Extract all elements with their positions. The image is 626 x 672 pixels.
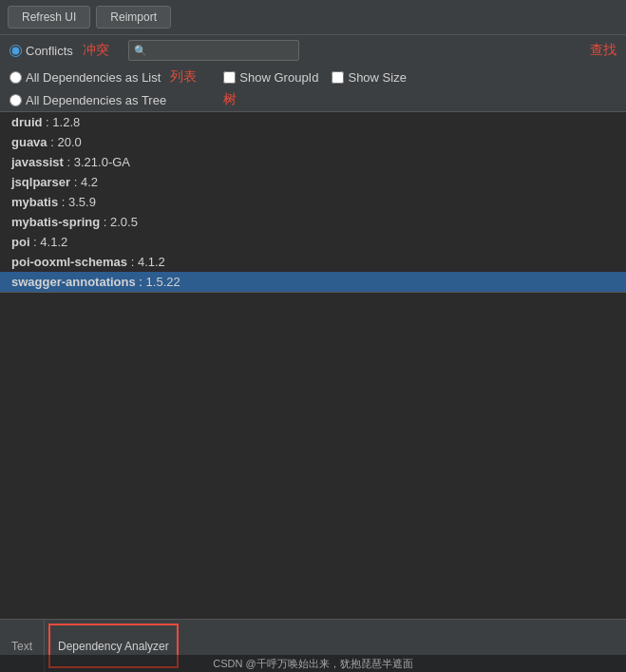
all-deps-tree-label: All Dependencies as Tree bbox=[26, 93, 166, 107]
show-groupid-checkbox[interactable] bbox=[223, 71, 236, 84]
table-row[interactable]: javassist : 3.21.0-GA bbox=[0, 152, 626, 172]
all-deps-list-radio-label[interactable]: All Dependencies as List bbox=[9, 70, 161, 85]
all-deps-list-annotation: 列表 bbox=[170, 68, 197, 86]
dep-version: 4.2 bbox=[81, 175, 98, 189]
dep-version: 3.21.0-GA bbox=[74, 155, 130, 169]
toolbar: Refresh UI Reimport bbox=[0, 0, 626, 35]
show-groupid-text: Show GroupId bbox=[239, 70, 318, 85]
show-size-checkbox[interactable] bbox=[332, 71, 344, 84]
table-row[interactable]: druid : 1.2.8 bbox=[0, 112, 626, 132]
search-annotation: 查找 bbox=[590, 42, 617, 59]
dep-name: swagger-annotations bbox=[11, 275, 136, 289]
all-deps-tree-radio[interactable] bbox=[9, 94, 22, 106]
dep-version: 2.0.5 bbox=[110, 215, 138, 229]
dependency-list: druid : 1.2.8guava : 20.0javassist : 3.2… bbox=[0, 112, 626, 293]
dep-name: poi bbox=[11, 235, 30, 249]
dep-version: 3.5.9 bbox=[68, 195, 96, 209]
show-size-text: Show Size bbox=[348, 70, 406, 85]
show-groupid-label[interactable]: Show GroupId bbox=[223, 70, 318, 85]
dep-name: mybatis bbox=[11, 195, 58, 209]
dep-name: druid bbox=[11, 115, 43, 129]
main-layout: Refresh UI Reimport Conflicts 冲突 🔍 查找 Al… bbox=[0, 0, 626, 672]
reimport-button[interactable]: Reimport bbox=[96, 6, 171, 29]
all-deps-tree-annotation: 树 bbox=[223, 91, 237, 108]
dep-name: mybatis-spring bbox=[11, 215, 100, 229]
dependency-list-area: druid : 1.2.8guava : 20.0javassist : 3.2… bbox=[0, 112, 626, 672]
all-deps-list-row: All Dependencies as List 列表 Show GroupId… bbox=[0, 66, 626, 88]
table-row[interactable]: mybatis-spring : 2.0.5 bbox=[0, 212, 626, 232]
conflicts-radio[interactable] bbox=[9, 45, 22, 57]
search-input[interactable] bbox=[128, 40, 299, 61]
conflicts-row: Conflicts 冲突 🔍 查找 bbox=[0, 35, 626, 66]
conflicts-label: Conflicts bbox=[26, 44, 73, 58]
dep-version: 4.1.2 bbox=[40, 235, 67, 249]
dep-version: 4.1.2 bbox=[138, 255, 165, 269]
dep-name: guava bbox=[11, 135, 47, 149]
conflicts-annotation: 冲突 bbox=[83, 42, 109, 59]
refresh-ui-button[interactable]: Refresh UI bbox=[8, 6, 90, 29]
dep-version: 20.0 bbox=[57, 135, 81, 149]
all-deps-tree-row: All Dependencies as Tree 树 bbox=[0, 88, 626, 112]
table-row[interactable]: poi-ooxml-schemas : 4.1.2 bbox=[0, 252, 626, 272]
dep-name: javassist bbox=[11, 155, 64, 169]
table-row[interactable]: swagger-annotations : 1.5.22 bbox=[0, 272, 626, 292]
table-row[interactable]: mybatis : 3.5.9 bbox=[0, 192, 626, 212]
dep-name: poi-ooxml-schemas bbox=[11, 255, 127, 269]
conflicts-radio-label[interactable]: Conflicts bbox=[9, 44, 73, 58]
dep-version: 1.5.22 bbox=[146, 275, 180, 289]
table-row[interactable]: guava : 20.0 bbox=[0, 132, 626, 152]
show-size-label[interactable]: Show Size bbox=[332, 70, 406, 85]
all-deps-list-label: All Dependencies as List bbox=[26, 70, 161, 85]
dependency-analyzer-label: Dependency Analyzer bbox=[58, 640, 169, 653]
text-tab-label: Text bbox=[11, 640, 32, 653]
all-deps-tree-radio-label[interactable]: All Dependencies as Tree bbox=[9, 93, 166, 107]
table-row[interactable]: jsqlparser : 4.2 bbox=[0, 172, 626, 192]
search-wrapper: 🔍 bbox=[128, 40, 299, 61]
all-deps-list-radio[interactable] bbox=[9, 71, 22, 84]
table-row[interactable]: poi : 4.1.2 bbox=[0, 232, 626, 252]
watermark: CSDN @千呼万唤始出来，犹抱琵琶半遮面 bbox=[0, 655, 626, 672]
dep-version: 1.2.8 bbox=[52, 115, 80, 129]
dep-name: jsqlparser bbox=[11, 175, 70, 189]
